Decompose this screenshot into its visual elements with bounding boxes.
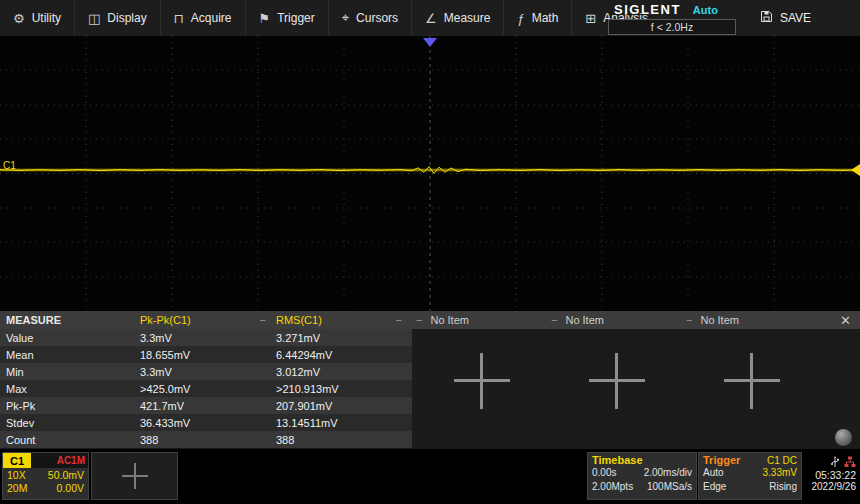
minus-icon: − bbox=[551, 314, 557, 326]
menu-math[interactable]: ƒ Math bbox=[504, 0, 572, 36]
menu-measure[interactable]: ∠ Measure bbox=[412, 0, 504, 36]
no-item-label: No Item bbox=[700, 314, 739, 326]
system-date: 2022/9/26 bbox=[798, 481, 856, 492]
trigger-source: C1 DC bbox=[767, 455, 797, 466]
table-row: Value 3.3mV 3.271mV bbox=[0, 329, 412, 346]
brand-status-cluster: SIGLENT Auto f < 2.0Hz bbox=[608, 2, 736, 35]
stat-value: 421.7mV bbox=[140, 400, 276, 412]
minus-icon: − bbox=[686, 314, 692, 326]
stat-value: 36.433mV bbox=[140, 417, 276, 429]
add-measure-slot-1[interactable] bbox=[454, 353, 510, 409]
stat-value: 388 bbox=[140, 434, 276, 446]
menu-trigger-label: Trigger bbox=[277, 11, 315, 25]
table-row: Stdev 36.433mV 13.14511mV bbox=[0, 414, 412, 431]
waveform-display[interactable]: C1 bbox=[0, 36, 860, 311]
table-row: Count 388 388 bbox=[0, 431, 412, 448]
menu-trigger[interactable]: ⚑ Trigger bbox=[246, 0, 329, 36]
menu-measure-label: Measure bbox=[444, 11, 491, 25]
lan-icon bbox=[844, 454, 856, 467]
measure-column-rms[interactable]: RMS(C1) − bbox=[276, 314, 412, 326]
cursors-icon: ⌖ bbox=[342, 10, 349, 26]
stat-row-label: Value bbox=[0, 332, 140, 344]
measure-column-empty-2[interactable]: − No Item bbox=[547, 314, 682, 326]
stat-value: 3.3mV bbox=[140, 332, 276, 344]
plus-icon bbox=[122, 463, 148, 489]
save-button[interactable]: SAVE bbox=[748, 0, 823, 36]
channel1-probe: 10X bbox=[7, 469, 26, 481]
stat-row-label: Count bbox=[0, 434, 140, 446]
channel1-scale: 50.0mV bbox=[48, 469, 84, 481]
save-icon bbox=[760, 10, 773, 26]
acquisition-status-badge: Auto bbox=[693, 4, 718, 16]
timebase-title: Timebase bbox=[588, 453, 696, 466]
menu-cursors-label: Cursors bbox=[356, 11, 398, 25]
quick-access-ball-icon[interactable] bbox=[835, 429, 852, 446]
menu-math-label: Math bbox=[532, 11, 559, 25]
brand-logo: SIGLENT bbox=[614, 2, 681, 17]
trigger-frequency-counter: f < 2.0Hz bbox=[608, 19, 736, 35]
stat-value: 3.3mV bbox=[140, 366, 276, 378]
stat-row-label: Max bbox=[0, 383, 140, 395]
close-icon[interactable]: ✕ bbox=[840, 314, 851, 327]
measure-column-rms-label: RMS(C1) bbox=[276, 314, 322, 326]
measure-panel-header: MEASURE Pk-Pk(C1) − RMS(C1) − − No Item … bbox=[0, 311, 860, 329]
math-icon: ƒ bbox=[517, 11, 524, 26]
menu-acquire[interactable]: ⊓ Acquire bbox=[161, 0, 246, 36]
usb-icon bbox=[830, 454, 840, 467]
measure-panel: MEASURE Pk-Pk(C1) − RMS(C1) − − No Item … bbox=[0, 311, 860, 449]
timebase-scale: 2.00ms/div bbox=[644, 466, 692, 480]
timebase-delay: 0.00s bbox=[592, 466, 616, 480]
timebase-sample-rate: 100MSa/s bbox=[647, 480, 692, 494]
display-icon: ◫ bbox=[88, 11, 100, 26]
stat-value: >425.0mV bbox=[140, 383, 276, 395]
menu-utility[interactable]: ⚙ Utility bbox=[0, 0, 75, 36]
stat-value: >210.913mV bbox=[276, 383, 412, 395]
stat-value: 3.012mV bbox=[276, 366, 412, 378]
stat-value: 6.44294mV bbox=[276, 349, 412, 361]
measure-icon: ∠ bbox=[425, 11, 437, 26]
channel1-descriptor[interactable]: C1 AC1M 10X 50.0mV 20M 0.00V bbox=[2, 452, 89, 500]
stat-value: 13.14511mV bbox=[276, 417, 412, 429]
clock-area: 05:33:22 2022/9/26 bbox=[798, 454, 858, 492]
measure-column-empty-3[interactable]: − No Item bbox=[682, 314, 817, 326]
menu-utility-label: Utility bbox=[32, 11, 61, 25]
timebase-memory: 2.00Mpts bbox=[592, 480, 633, 494]
table-row: Pk-Pk 421.7mV 207.901mV bbox=[0, 397, 412, 414]
minus-icon[interactable]: − bbox=[396, 314, 402, 326]
acquire-icon: ⊓ bbox=[174, 11, 184, 26]
no-item-label: No Item bbox=[565, 314, 604, 326]
stat-value: 388 bbox=[276, 434, 412, 446]
timebase-descriptor[interactable]: Timebase 0.00s 2.00ms/div 2.00Mpts 100MS… bbox=[587, 452, 697, 500]
menu-display[interactable]: ◫ Display bbox=[75, 0, 161, 36]
status-bar: C1 AC1M 10X 50.0mV 20M 0.00V Timebase 0.… bbox=[0, 449, 860, 504]
graticule-and-trace bbox=[0, 36, 860, 311]
menu-cursors[interactable]: ⌖ Cursors bbox=[329, 0, 412, 36]
trigger-descriptor[interactable]: Trigger C1 DC Auto 3.33mV Edge Rising bbox=[698, 452, 802, 500]
trigger-type: Edge bbox=[703, 480, 726, 494]
minus-icon: − bbox=[416, 314, 422, 326]
save-label: SAVE bbox=[780, 11, 811, 25]
measure-panel-title: MEASURE bbox=[0, 314, 140, 326]
no-item-label: No Item bbox=[430, 314, 469, 326]
channel1-trace-label[interactable]: C1 bbox=[3, 160, 16, 171]
add-measure-slot-2[interactable] bbox=[589, 353, 645, 409]
menu-acquire-label: Acquire bbox=[191, 11, 232, 25]
stat-value: 3.271mV bbox=[276, 332, 412, 344]
trigger-position-marker[interactable] bbox=[423, 38, 437, 47]
channel1-level-marker[interactable] bbox=[851, 164, 860, 176]
measure-column-pkpk[interactable]: Pk-Pk(C1) − bbox=[140, 314, 276, 326]
add-measure-slot-3[interactable] bbox=[724, 353, 780, 409]
stat-value: 18.655mV bbox=[140, 349, 276, 361]
system-time: 05:33:22 bbox=[798, 469, 856, 481]
stat-value: 207.901mV bbox=[276, 400, 412, 412]
menu-bar: ⚙ Utility ◫ Display ⊓ Acquire ⚑ Trigger … bbox=[0, 0, 860, 36]
stat-row-label: Min bbox=[0, 366, 140, 378]
channel1-coupling: AC1M bbox=[57, 455, 85, 466]
measure-column-empty-1[interactable]: − No Item bbox=[412, 314, 547, 326]
table-row: Min 3.3mV 3.012mV bbox=[0, 363, 412, 380]
channel1-offset: 0.00V bbox=[57, 482, 84, 494]
stat-row-label: Stdev bbox=[0, 417, 140, 429]
minus-icon[interactable]: − bbox=[260, 314, 266, 326]
measure-statistics-table: Value 3.3mV 3.271mV Mean 18.655mV 6.4429… bbox=[0, 329, 412, 448]
add-channel-button[interactable] bbox=[91, 452, 178, 500]
